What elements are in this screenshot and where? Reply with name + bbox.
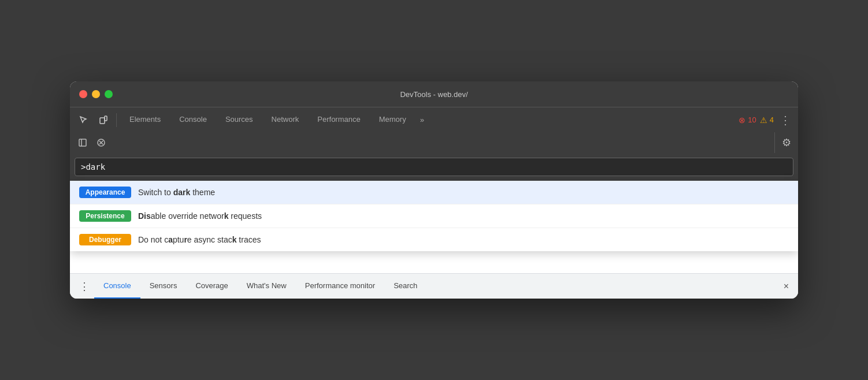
command-input-wrap[interactable] bbox=[75, 158, 793, 176]
svg-rect-2 bbox=[79, 139, 86, 146]
tag-appearance: Appearance bbox=[79, 187, 131, 198]
tab-sources[interactable]: Sources bbox=[216, 107, 262, 132]
dropdown-item-persistence[interactable]: Persistence Disable override network req… bbox=[70, 204, 798, 228]
dropdown-text-persistence: Disable override network requests bbox=[138, 211, 262, 221]
tab-console[interactable]: Console bbox=[170, 107, 216, 132]
warning-icon: ⚠ bbox=[760, 116, 767, 125]
dropdown-item-debugger[interactable]: Debugger Do not capture async stack trac… bbox=[70, 228, 798, 251]
dropdown-text-appearance: Switch to dark theme bbox=[138, 188, 215, 197]
command-area: Appearance Switch to dark theme Persiste… bbox=[70, 153, 798, 181]
warn-count: 4 bbox=[770, 116, 774, 124]
traffic-lights bbox=[79, 90, 113, 98]
maximize-button[interactable] bbox=[105, 90, 113, 98]
device-toggle-button[interactable] bbox=[94, 111, 113, 129]
main-toolbar: Elements Console Sources Network Perform… bbox=[70, 107, 798, 132]
toolbar-tabs: Elements Console Sources Network Perform… bbox=[120, 107, 737, 132]
svg-rect-0 bbox=[100, 118, 105, 124]
window-title: DevTools - web.dev/ bbox=[400, 90, 468, 99]
tag-persistence: Persistence bbox=[79, 210, 131, 222]
bottom-tab-sensors[interactable]: Sensors bbox=[140, 274, 187, 299]
dropdown-item-appearance[interactable]: Appearance Switch to dark theme bbox=[70, 181, 798, 204]
error-icon: ⊗ bbox=[739, 116, 745, 125]
tab-elements[interactable]: Elements bbox=[120, 107, 170, 132]
secondary-toolbar: ⚙ bbox=[70, 132, 798, 153]
warn-badge[interactable]: ⚠ 4 bbox=[760, 116, 774, 125]
bottom-tab-console[interactable]: Console bbox=[94, 274, 140, 299]
error-badge[interactable]: ⊗ 10 bbox=[739, 116, 756, 125]
toolbar-separator bbox=[116, 113, 117, 127]
command-row bbox=[70, 153, 798, 181]
bottom-tab-search[interactable]: Search bbox=[384, 274, 426, 299]
settings-button[interactable]: ⚙ bbox=[780, 134, 793, 151]
expand-button[interactable] bbox=[75, 135, 91, 151]
bottom-tab-performance-monitor[interactable]: Performance monitor bbox=[296, 274, 384, 299]
title-bar: DevTools - web.dev/ bbox=[70, 81, 798, 107]
bottom-menu-button[interactable]: ⋮ bbox=[75, 278, 94, 295]
dropdown-text-debugger: Do not capture async stack traces bbox=[138, 235, 261, 244]
bottom-tabs-bar: ⋮ Console Sensors Coverage What's New Pe… bbox=[70, 273, 798, 299]
command-input[interactable] bbox=[81, 162, 787, 172]
bottom-tab-coverage[interactable]: Coverage bbox=[186, 274, 237, 299]
close-button[interactable] bbox=[79, 90, 87, 98]
error-count: 10 bbox=[748, 116, 756, 124]
svg-rect-1 bbox=[105, 116, 107, 121]
clear-button[interactable] bbox=[93, 135, 109, 151]
bottom-close-button[interactable]: × bbox=[779, 279, 793, 294]
command-dropdown: Appearance Switch to dark theme Persiste… bbox=[70, 181, 798, 251]
inspect-element-button[interactable] bbox=[75, 111, 93, 129]
devtools-window: DevTools - web.dev/ Elements Console Sou… bbox=[70, 81, 798, 299]
tab-memory[interactable]: Memory bbox=[370, 107, 416, 132]
gear-area: ⚙ bbox=[774, 132, 793, 153]
devtools-menu-button[interactable]: ⋮ bbox=[777, 111, 793, 129]
bottom-tabs: Console Sensors Coverage What's New Perf… bbox=[94, 274, 779, 299]
tab-network[interactable]: Network bbox=[262, 107, 309, 132]
bottom-tab-whats-new[interactable]: What's New bbox=[238, 274, 296, 299]
tab-performance[interactable]: Performance bbox=[308, 107, 369, 132]
minimize-button[interactable] bbox=[92, 90, 100, 98]
toolbar-right: ⊗ 10 ⚠ 4 ⋮ bbox=[739, 111, 793, 129]
more-tabs-button[interactable]: » bbox=[416, 116, 429, 124]
tag-debugger: Debugger bbox=[79, 234, 131, 245]
